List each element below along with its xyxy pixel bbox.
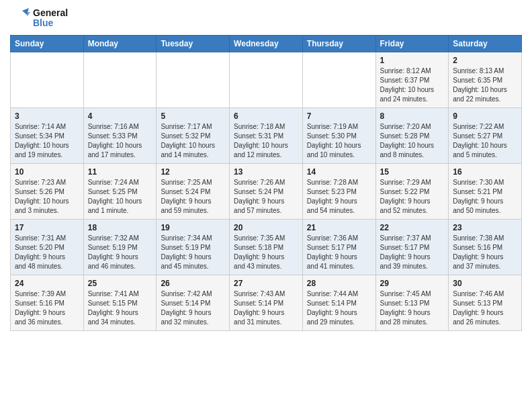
day-number: 23	[453, 223, 517, 232]
day-info: Sunrise: 7:46 AMSunset: 5:13 PMDaylight:…	[453, 289, 517, 327]
day-number: 2	[453, 56, 517, 65]
day-number: 19	[161, 223, 225, 232]
day-number: 16	[453, 167, 517, 177]
calendar-cell: 21Sunrise: 7:36 AMSunset: 5:17 PMDayligh…	[302, 220, 375, 275]
day-info: Sunrise: 7:42 AMSunset: 5:14 PMDaylight:…	[161, 289, 225, 327]
calendar-cell	[157, 52, 230, 108]
day-number: 24	[15, 279, 79, 288]
calendar-cell: 15Sunrise: 7:29 AMSunset: 5:22 PMDayligh…	[375, 164, 449, 220]
calendar-cell: 12Sunrise: 7:25 AMSunset: 5:24 PMDayligh…	[157, 164, 230, 220]
day-info: Sunrise: 7:17 AMSunset: 5:32 PMDaylight:…	[161, 122, 225, 160]
calendar-cell: 7Sunrise: 7:19 AMSunset: 5:30 PMDaylight…	[302, 108, 375, 164]
calendar-cell: 30Sunrise: 7:46 AMSunset: 5:13 PMDayligh…	[449, 275, 522, 331]
svg-marker-1	[25, 12, 30, 16]
calendar-cell: 26Sunrise: 7:42 AMSunset: 5:14 PMDayligh…	[157, 275, 230, 331]
day-info: Sunrise: 7:44 AMSunset: 5:14 PMDaylight:…	[307, 289, 371, 327]
calendar-cell	[83, 52, 157, 108]
calendar-header: SundayMondayTuesdayWednesdayThursdayFrid…	[11, 36, 522, 52]
day-info: Sunrise: 7:29 AMSunset: 5:22 PMDaylight:…	[380, 178, 445, 216]
calendar-cell: 14Sunrise: 7:28 AMSunset: 5:23 PMDayligh…	[302, 164, 375, 220]
weekday-header-friday: Friday	[375, 36, 449, 52]
day-info: Sunrise: 7:22 AMSunset: 5:27 PMDaylight:…	[453, 122, 517, 160]
day-number: 12	[161, 167, 225, 177]
calendar-cell: 10Sunrise: 7:23 AMSunset: 5:26 PMDayligh…	[11, 164, 84, 220]
calendar-cell	[230, 52, 303, 108]
calendar-cell: 18Sunrise: 7:32 AMSunset: 5:19 PMDayligh…	[83, 220, 157, 275]
calendar-cell: 23Sunrise: 7:38 AMSunset: 5:16 PMDayligh…	[449, 220, 522, 275]
logo: General Blue	[10, 7, 68, 30]
day-info: Sunrise: 7:31 AMSunset: 5:20 PMDaylight:…	[15, 234, 79, 271]
day-info: Sunrise: 7:45 AMSunset: 5:13 PMDaylight:…	[380, 289, 445, 327]
day-info: Sunrise: 7:41 AMSunset: 5:15 PMDaylight:…	[88, 289, 152, 327]
calendar-cell: 28Sunrise: 7:44 AMSunset: 5:14 PMDayligh…	[302, 275, 375, 331]
day-number: 6	[234, 111, 298, 121]
calendar-cell: 13Sunrise: 7:26 AMSunset: 5:24 PMDayligh…	[230, 164, 303, 220]
day-info: Sunrise: 7:36 AMSunset: 5:17 PMDaylight:…	[307, 234, 371, 271]
day-number: 26	[161, 279, 225, 288]
day-info: Sunrise: 7:32 AMSunset: 5:19 PMDaylight:…	[88, 234, 152, 271]
calendar-cell: 6Sunrise: 7:18 AMSunset: 5:31 PMDaylight…	[230, 108, 303, 164]
day-number: 13	[234, 167, 298, 177]
day-number: 1	[380, 56, 445, 65]
day-info: Sunrise: 7:14 AMSunset: 5:34 PMDaylight:…	[15, 122, 79, 160]
calendar-week-4: 17Sunrise: 7:31 AMSunset: 5:20 PMDayligh…	[11, 220, 522, 275]
day-number: 8	[380, 111, 445, 121]
calendar-week-3: 10Sunrise: 7:23 AMSunset: 5:26 PMDayligh…	[11, 164, 522, 220]
day-info: Sunrise: 7:37 AMSunset: 5:17 PMDaylight:…	[380, 234, 445, 271]
day-number: 28	[307, 279, 371, 288]
calendar-cell	[302, 52, 375, 108]
day-info: Sunrise: 7:20 AMSunset: 5:28 PMDaylight:…	[380, 122, 445, 160]
calendar-cell: 4Sunrise: 7:16 AMSunset: 5:33 PMDaylight…	[83, 108, 157, 164]
day-number: 29	[380, 279, 445, 288]
calendar-cell	[11, 52, 84, 108]
day-number: 22	[380, 223, 445, 232]
day-number: 4	[88, 111, 152, 121]
calendar-cell: 9Sunrise: 7:22 AMSunset: 5:27 PMDaylight…	[449, 108, 522, 164]
calendar-cell: 2Sunrise: 8:13 AMSunset: 6:35 PMDaylight…	[449, 52, 522, 108]
day-number: 10	[15, 167, 79, 177]
logo-bird-icon	[10, 7, 30, 27]
calendar-cell: 29Sunrise: 7:45 AMSunset: 5:13 PMDayligh…	[375, 275, 449, 331]
day-number: 25	[88, 279, 152, 288]
page-header: General Blue	[10, 7, 522, 30]
day-info: Sunrise: 7:43 AMSunset: 5:14 PMDaylight:…	[234, 289, 298, 327]
weekday-header-saturday: Saturday	[449, 36, 522, 52]
calendar-week-5: 24Sunrise: 7:39 AMSunset: 5:16 PMDayligh…	[11, 275, 522, 331]
calendar-cell: 11Sunrise: 7:24 AMSunset: 5:25 PMDayligh…	[83, 164, 157, 220]
calendar-cell: 3Sunrise: 7:14 AMSunset: 5:34 PMDaylight…	[11, 108, 84, 164]
day-number: 30	[453, 279, 517, 288]
day-info: Sunrise: 7:34 AMSunset: 5:19 PMDaylight:…	[161, 234, 225, 271]
calendar-cell: 1Sunrise: 8:12 AMSunset: 6:37 PMDaylight…	[375, 52, 449, 108]
day-number: 18	[88, 223, 152, 232]
calendar-cell: 27Sunrise: 7:43 AMSunset: 5:14 PMDayligh…	[230, 275, 303, 331]
day-number: 17	[15, 223, 79, 232]
day-number: 11	[88, 167, 152, 177]
calendar-cell: 16Sunrise: 7:30 AMSunset: 5:21 PMDayligh…	[449, 164, 522, 220]
day-info: Sunrise: 8:12 AMSunset: 6:37 PMDaylight:…	[380, 66, 445, 104]
day-number: 3	[15, 111, 79, 121]
day-info: Sunrise: 7:18 AMSunset: 5:31 PMDaylight:…	[234, 122, 298, 160]
day-number: 5	[161, 111, 225, 121]
day-info: Sunrise: 7:24 AMSunset: 5:25 PMDaylight:…	[88, 178, 152, 216]
day-number: 27	[234, 279, 298, 288]
calendar-cell: 24Sunrise: 7:39 AMSunset: 5:16 PMDayligh…	[11, 275, 84, 331]
day-info: Sunrise: 7:38 AMSunset: 5:16 PMDaylight:…	[453, 234, 517, 271]
calendar-cell: 17Sunrise: 7:31 AMSunset: 5:20 PMDayligh…	[11, 220, 84, 275]
weekday-header-row: SundayMondayTuesdayWednesdayThursdayFrid…	[11, 36, 522, 52]
weekday-header-tuesday: Tuesday	[157, 36, 230, 52]
day-info: Sunrise: 8:13 AMSunset: 6:35 PMDaylight:…	[453, 66, 517, 104]
calendar-week-2: 3Sunrise: 7:14 AMSunset: 5:34 PMDaylight…	[11, 108, 522, 164]
calendar-cell: 8Sunrise: 7:20 AMSunset: 5:28 PMDaylight…	[375, 108, 449, 164]
day-info: Sunrise: 7:16 AMSunset: 5:33 PMDaylight:…	[88, 122, 152, 160]
day-info: Sunrise: 7:19 AMSunset: 5:30 PMDaylight:…	[307, 122, 371, 160]
day-info: Sunrise: 7:30 AMSunset: 5:21 PMDaylight:…	[453, 178, 517, 216]
day-info: Sunrise: 7:25 AMSunset: 5:24 PMDaylight:…	[161, 178, 225, 216]
calendar-week-1: 1Sunrise: 8:12 AMSunset: 6:37 PMDaylight…	[11, 52, 522, 108]
day-info: Sunrise: 7:28 AMSunset: 5:23 PMDaylight:…	[307, 178, 371, 216]
calendar-cell: 25Sunrise: 7:41 AMSunset: 5:15 PMDayligh…	[83, 275, 157, 331]
calendar-cell: 22Sunrise: 7:37 AMSunset: 5:17 PMDayligh…	[375, 220, 449, 275]
calendar-table: SundayMondayTuesdayWednesdayThursdayFrid…	[10, 35, 522, 331]
weekday-header-sunday: Sunday	[11, 36, 84, 52]
day-number: 20	[234, 223, 298, 232]
logo-text-general: General	[33, 8, 68, 18]
